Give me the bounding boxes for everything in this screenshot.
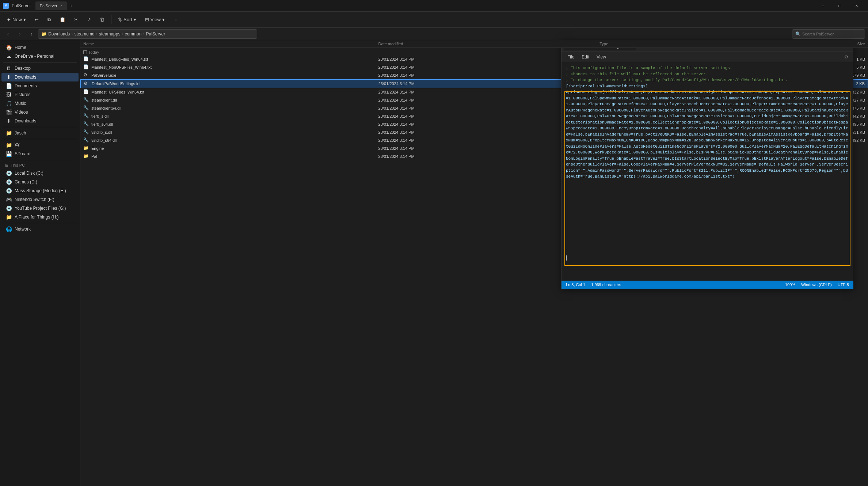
sidebar-item-downloads[interactable]: ⬇ Downloads bbox=[1, 73, 79, 81]
videos-icon: 🎬 bbox=[6, 109, 12, 115]
delete-btn[interactable]: 🗑 bbox=[96, 15, 108, 24]
up-btn[interactable]: ↑ bbox=[26, 29, 37, 39]
sidebar-divider3 bbox=[3, 139, 77, 139]
copy-btn[interactable]: ⧉ bbox=[44, 15, 54, 24]
paste-icon: 📋 bbox=[60, 17, 65, 22]
sidebar-label-yy: ¥¥ bbox=[15, 143, 19, 148]
editor-menu-view[interactable]: View bbox=[594, 54, 609, 60]
col-header-name[interactable]: Name bbox=[83, 42, 378, 46]
sort-btn[interactable]: ⇅ Sort ▾ bbox=[114, 15, 140, 24]
file-icon-manifest-ufs: 📄 bbox=[83, 89, 89, 95]
sidebar-item-videos[interactable]: 🎬 Videos bbox=[1, 108, 79, 117]
file-name-vstdlib: vstdlib_s.dll bbox=[91, 130, 112, 134]
file-name-vstdlib64: vstdlib_s64.dll bbox=[91, 138, 117, 143]
sidebar-item-youtube[interactable]: 💿 YouTube Project Files (G:) bbox=[1, 204, 79, 213]
more-btn[interactable]: ··· bbox=[170, 15, 181, 24]
rename-btn[interactable]: ✂ bbox=[71, 15, 82, 24]
breadcrumb-downloads[interactable]: Downloads bbox=[48, 31, 70, 37]
sidebar-item-local-c[interactable]: 💿 Local Disk (C:) bbox=[1, 169, 79, 178]
search-box[interactable]: 🔍 bbox=[792, 29, 865, 39]
view-chevron: ▾ bbox=[162, 17, 165, 22]
undo-btn[interactable]: ↩ bbox=[31, 15, 42, 24]
rename-icon: ✂ bbox=[74, 17, 78, 22]
breadcrumb-steamapps[interactable]: steamapps bbox=[99, 31, 121, 37]
file-icon-tier0-64: 🔧 bbox=[83, 121, 89, 127]
file-icon-manifest-debug: 📄 bbox=[83, 56, 89, 62]
view-icon: ⊞ bbox=[145, 17, 149, 22]
breadcrumb-steamcmd[interactable]: steamcmd bbox=[74, 31, 94, 37]
file-name-steamclient: steamclient.dll bbox=[91, 98, 117, 102]
sidebar-label-nintendo: Nintendo Switch (F:) bbox=[15, 197, 54, 202]
title-tab[interactable]: PalServer × bbox=[35, 1, 67, 10]
editor-menu-file[interactable]: File bbox=[564, 54, 577, 60]
back-btn[interactable]: ‹ bbox=[3, 29, 13, 39]
file-name-engine: Engine bbox=[91, 146, 104, 151]
title-tabs: PalServer × + bbox=[35, 1, 76, 10]
sidebar-item-downloads2[interactable]: ⬇ Downloads bbox=[1, 117, 79, 125]
nintendo-icon: 🎮 bbox=[6, 197, 12, 202]
sidebar-label-pictures: Pictures bbox=[15, 92, 30, 97]
this-pc-header: 🖥 This PC bbox=[0, 162, 80, 169]
this-pc-icon: 🖥 bbox=[4, 163, 8, 167]
sidebar-label-videos: Videos bbox=[15, 110, 28, 115]
paste-btn[interactable]: 📋 bbox=[56, 15, 69, 24]
sidebar-item-onedrive[interactable]: ☁ OneDrive - Personal bbox=[1, 52, 79, 61]
separator bbox=[111, 15, 111, 24]
editor-encoding: UTF-8 bbox=[838, 282, 849, 287]
home-icon: 🏠 bbox=[6, 45, 12, 50]
breadcrumb-palserver[interactable]: PalServer bbox=[146, 31, 165, 37]
minimize-btn[interactable]: − bbox=[815, 0, 831, 12]
file-icon-tier0: 🔧 bbox=[83, 113, 89, 119]
more-icon: ··· bbox=[174, 17, 178, 22]
new-btn[interactable]: ✦ New ▾ bbox=[3, 15, 30, 24]
file-name-manifest-debug: Manifest_DebugFiles_Win64.txt bbox=[91, 57, 148, 61]
editor-content[interactable]: ; This configuration file is a sample of… bbox=[561, 62, 853, 281]
sidebar-item-place-for-things[interactable]: 📁 A Place for Things (H:) bbox=[1, 213, 79, 221]
local-c-icon: 💿 bbox=[6, 170, 12, 176]
maximize-btn[interactable]: □ bbox=[831, 0, 848, 12]
sidebar-item-games-d[interactable]: 💿 Games (D:) bbox=[1, 178, 79, 186]
mass-storage-icon: 💿 bbox=[6, 188, 12, 194]
editor-settings-btn[interactable]: ⚙ bbox=[842, 54, 850, 60]
sidebar-item-yy[interactable]: 📁 ¥¥ bbox=[1, 141, 79, 149]
breadcrumb[interactable]: 📁 Downloads › steamcmd › steamapps › com… bbox=[38, 29, 257, 39]
breadcrumb-common[interactable]: common bbox=[125, 31, 141, 37]
new-tab-btn[interactable]: + bbox=[67, 1, 76, 10]
new-icon: ✦ bbox=[7, 17, 11, 23]
tab-label: PalServer bbox=[40, 4, 57, 8]
sidebar-divider5 bbox=[3, 223, 77, 223]
col-header-type[interactable]: Type bbox=[599, 42, 777, 46]
sidebar-item-pictures[interactable]: 🖼 Pictures bbox=[1, 90, 79, 99]
col-header-size[interactable]: Size bbox=[777, 42, 865, 46]
search-input[interactable] bbox=[802, 32, 862, 36]
yy-icon: 📁 bbox=[6, 142, 12, 148]
sidebar-item-documents[interactable]: 📄 Documents bbox=[1, 81, 79, 90]
tab-close-btn[interactable]: × bbox=[60, 4, 62, 8]
editor-zoom: 100% bbox=[785, 282, 795, 287]
sidebar-label-downloads: Downloads bbox=[15, 75, 36, 80]
sidebar-label-mass-storage: Mass Storage (Media) (E:) bbox=[15, 188, 66, 193]
new-chevron: ▾ bbox=[23, 17, 26, 22]
sidebar-item-home[interactable]: 🏠 Home bbox=[1, 43, 79, 52]
network-icon: 🌐 bbox=[6, 226, 12, 232]
sidebar-divider2 bbox=[3, 127, 77, 127]
col-header-date[interactable]: Date modified bbox=[378, 42, 600, 46]
editor-menu-edit[interactable]: Edit bbox=[579, 54, 592, 60]
sidebar-item-nintendo[interactable]: 🎮 Nintendo Switch (F:) bbox=[1, 195, 79, 204]
sidebar-label-music: Music bbox=[15, 101, 26, 106]
sidebar: 🏠 Home ☁ OneDrive - Personal 🖥 Desktop ⬇… bbox=[0, 40, 80, 486]
sidebar-label-documents: Documents bbox=[15, 83, 37, 88]
close-btn[interactable]: × bbox=[848, 0, 865, 12]
view-btn[interactable]: ⊞ View ▾ bbox=[141, 15, 168, 24]
app-icon: P bbox=[3, 3, 9, 9]
sidebar-item-network[interactable]: 🌐 Network bbox=[1, 225, 79, 233]
sidebar-item-mass-storage[interactable]: 💿 Mass Storage (Media) (E:) bbox=[1, 186, 79, 195]
file-list-header: Name Date modified Type Size bbox=[80, 40, 868, 48]
sidebar-item-jasch[interactable]: 📁 Jasch bbox=[1, 129, 79, 137]
file-icon-manifest-nonufs: 📄 bbox=[83, 64, 89, 70]
sidebar-item-desktop[interactable]: 🖥 Desktop bbox=[1, 64, 79, 73]
share-btn[interactable]: ↗ bbox=[83, 15, 95, 24]
sidebar-item-music[interactable]: 🎵 Music bbox=[1, 99, 79, 108]
sidebar-item-sdcard[interactable]: 💾 SD card bbox=[1, 149, 79, 158]
forward-btn[interactable]: › bbox=[15, 29, 25, 39]
